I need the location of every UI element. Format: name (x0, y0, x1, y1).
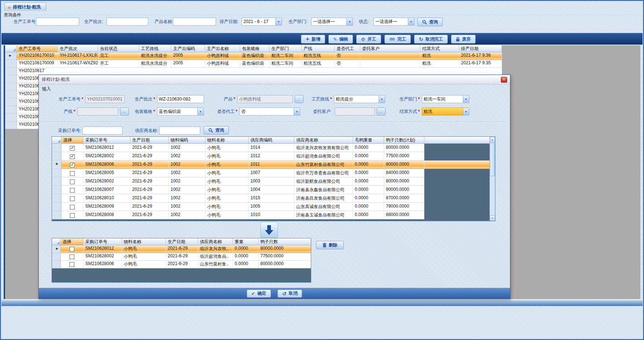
row-selector[interactable] (52, 169, 62, 177)
dialog-title-bar[interactable]: 排程计划-粗洗 (39, 75, 510, 84)
row-selector[interactable] (5, 68, 17, 75)
product-name-input[interactable] (173, 18, 216, 26)
row-selector[interactable] (5, 106, 17, 114)
column-header[interactable]: 主产出名称 (205, 45, 240, 52)
column-header[interactable]: 供应商编码 (249, 137, 294, 144)
production-line-input[interactable] (77, 107, 118, 116)
checkbox[interactable] (70, 154, 75, 159)
chevron-down-icon[interactable] (197, 108, 204, 115)
checkbox[interactable] (70, 188, 75, 193)
checkbox[interactable] (70, 213, 75, 218)
move-down-button[interactable] (260, 222, 278, 238)
po-number-input[interactable] (82, 126, 123, 135)
table-row[interactable]: SM210628009 2021-6-29 1002 小鸭毛 1005 山东真诚… (52, 203, 495, 211)
cancel-button[interactable]: 取消 (278, 290, 302, 298)
column-header[interactable]: 是否代工 (335, 45, 360, 52)
production-order-input[interactable]: YH202107010001 (85, 95, 125, 103)
checkbox[interactable] (70, 247, 74, 252)
column-header[interactable]: 毛鸭重量 (353, 137, 384, 144)
column-header[interactable]: 委托客户 (360, 45, 420, 52)
column-header[interactable]: 物料名称 (205, 137, 249, 144)
column-header[interactable]: 鸭子只数 (258, 238, 311, 245)
scroll-down-icon[interactable]: ▼ (490, 215, 495, 221)
checkbox[interactable] (70, 171, 75, 176)
chevron-down-icon[interactable] (408, 18, 414, 25)
checkbox[interactable] (70, 146, 75, 151)
product-lookup-button[interactable]: ... (295, 95, 304, 103)
column-header[interactable]: 物料名称 (122, 238, 166, 245)
table-row[interactable]: YH202106170009 YH-210617-WXZ928 开工 粗洗水洗提… (5, 60, 502, 68)
order-no-input[interactable] (36, 18, 79, 26)
row-selector[interactable] (5, 83, 17, 91)
chevron-down-icon[interactable] (346, 18, 353, 25)
table-row[interactable]: SM210628012 小鸭毛 2021-6-29 临沂龙兴农牧.. 0.000… (52, 245, 311, 253)
row-selector[interactable] (52, 177, 62, 186)
client-input[interactable] (335, 107, 375, 116)
product-input[interactable]: 小鸭原料绒 (237, 95, 293, 103)
scrollbar-thumb[interactable] (490, 143, 495, 176)
table-row[interactable]: SM210628008 2021-6-29 1002 小鸭毛 1010 沂南县玉… (52, 211, 495, 219)
chevron-down-icon[interactable] (463, 95, 469, 103)
column-header[interactable]: 供应商名称 (198, 238, 233, 245)
settlement-combo[interactable]: 粗洗 (422, 107, 469, 116)
close-icon[interactable] (501, 77, 507, 83)
table-row[interactable]: SM210628012 2021-6-29 1002 小鸭毛 1014 临沂龙兴… (52, 144, 495, 152)
supplier-name-input[interactable] (159, 126, 200, 135)
checkbox[interactable] (70, 205, 75, 209)
table-row[interactable]: SM210628010 2021-6-29 1002 小鸭毛 1015 沂南县昌… (52, 194, 495, 203)
column-header[interactable]: 当前状态 (98, 45, 139, 52)
table-row[interactable]: SM210629002 2021-6-29 1002 小鸭毛 1003 临沂新航… (52, 177, 495, 186)
chevron-down-icon[interactable] (294, 108, 300, 115)
row-selector[interactable] (52, 152, 62, 160)
table-row[interactable]: SM210628006 小鸭毛 2021-6-29 山东竹泉村食.. 0.000… (52, 261, 311, 268)
ok-button[interactable]: 确定 (247, 290, 271, 298)
column-header[interactable]: 包装规格 (240, 45, 269, 52)
batch-input[interactable] (107, 18, 148, 26)
column-header[interactable]: 生产工单号 (17, 45, 58, 52)
row-selector[interactable] (52, 203, 62, 211)
row-selector[interactable] (5, 60, 17, 68)
column-header[interactable]: 生产日期 (130, 137, 169, 144)
department-combo[interactable]: 粗洗一车间 (422, 95, 469, 103)
column-header[interactable]: 主产出编码 (171, 45, 205, 52)
checkbox[interactable] (70, 262, 74, 267)
batch-input[interactable]: WZ-210630-082 (157, 95, 204, 103)
checkbox[interactable] (70, 254, 74, 259)
column-header[interactable]: 鸭子只数(计划) (384, 137, 424, 144)
search-button[interactable]: 查询 (417, 18, 443, 26)
column-header[interactable]: 生产日期 (166, 238, 198, 245)
checkbox[interactable] (70, 196, 75, 201)
column-header[interactable]: 供应商名称 (294, 137, 353, 144)
production-dept-combo[interactable]: 一请选择一 (311, 18, 353, 26)
package-combo[interactable]: 蓝色编织袋 (157, 107, 204, 116)
column-header[interactable]: 产线 (302, 45, 335, 52)
client-lookup-button[interactable]: ... (377, 107, 386, 116)
column-header[interactable]: 物料编码 (169, 137, 205, 144)
table-row[interactable]: SM210628005 2021-6-29 1002 小鸭毛 1007 临沂市万… (52, 169, 495, 177)
table-row[interactable]: YH202106170010 YH-210617-LXXL931 完工 粗洗水洗… (5, 52, 502, 60)
add-button[interactable]: 新增 (301, 35, 325, 44)
select-all-header[interactable] (52, 137, 62, 144)
column-header[interactable]: 工艺路线 (139, 45, 171, 52)
edit-button[interactable]: 编辑 (328, 35, 353, 44)
table-row[interactable]: SM210628002 2021-6-29 1002 小鸭毛 1012 临沂超润… (52, 152, 495, 160)
vertical-scrollbar[interactable]: ▲ ▼ (489, 137, 495, 221)
table-row[interactable]: YH20210617 (5, 68, 502, 75)
chevron-down-icon[interactable] (275, 18, 282, 25)
route-combo[interactable]: 粗洗提分 (334, 95, 385, 103)
status-combo[interactable]: 一请选择一 (373, 18, 414, 26)
chevron-down-icon[interactable] (379, 95, 385, 103)
scroll-up-icon[interactable]: ▲ (490, 137, 495, 142)
row-selector[interactable] (5, 98, 17, 106)
column-header[interactable]: 采购订单号 (83, 238, 122, 245)
schedule-date-combo[interactable]: 2021 - 6 - 17 (242, 18, 282, 26)
line-lookup-button[interactable]: ... (120, 107, 129, 116)
row-selector[interactable] (52, 186, 62, 194)
po-search-button[interactable]: 查询 (204, 126, 229, 135)
column-header[interactable]: 重量 (233, 238, 258, 245)
column-header[interactable]: 生产部门 (269, 45, 302, 52)
column-header[interactable]: 结算方式 (420, 45, 459, 52)
row-selector[interactable] (52, 245, 61, 253)
column-header[interactable]: 排产日期 (459, 45, 502, 52)
select-all-header[interactable] (5, 45, 17, 52)
